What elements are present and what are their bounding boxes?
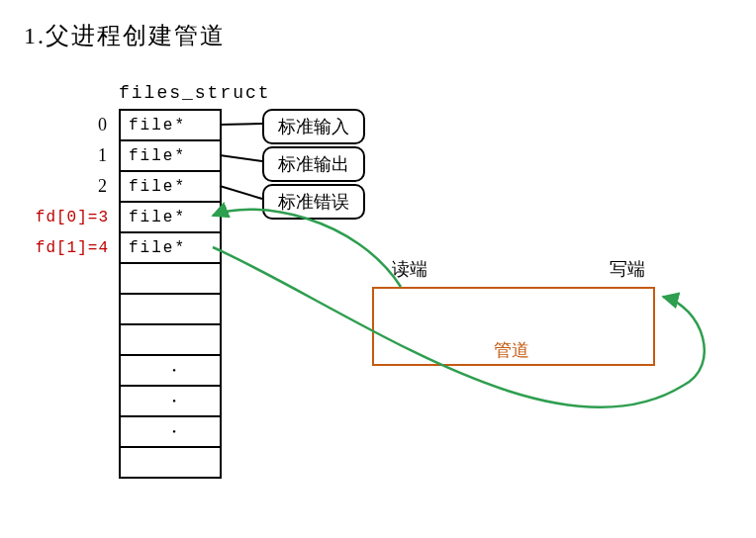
svg-line-2	[220, 186, 262, 199]
fd-cell: file*	[129, 178, 186, 196]
diagram-stage: 1.父进程创建管道 files_struct file*0file*1file*…	[0, 0, 756, 538]
stdout-box: 标准输出	[262, 146, 365, 182]
read-end-label: 读端	[392, 257, 427, 281]
fd-index: fd[0]=3	[30, 209, 109, 226]
stdin-box: 标准输入	[262, 109, 365, 144]
fd-cell: file*	[129, 239, 186, 257]
fd-row: file*fd[1]=4	[121, 233, 220, 264]
fd-row: ●	[121, 356, 220, 387]
fd-row	[121, 325, 220, 356]
diagram-title: 1.父进程创建管道	[24, 20, 226, 51]
fd-row: ●	[121, 417, 220, 448]
fd-index: fd[1]=4	[30, 239, 109, 257]
fd-row	[121, 448, 220, 479]
fd-index: 0	[30, 115, 109, 135]
files-struct-label: files_struct	[119, 83, 271, 103]
fd-table: file*0file*1file*2file*fd[0]=3file*fd[1]…	[119, 109, 222, 479]
fd-row: file*1	[121, 141, 220, 172]
fd-row: file*2	[121, 172, 220, 203]
std-connector-lines	[220, 124, 262, 199]
fd-cell: file*	[129, 147, 186, 165]
fd-row: file*0	[121, 111, 220, 141]
write-end-label: 写端	[610, 257, 645, 281]
fd-cell: file*	[129, 117, 186, 134]
svg-line-1	[220, 155, 262, 161]
read-end-arrow	[213, 210, 401, 287]
stderr-box: 标准错误	[262, 184, 365, 220]
pipe-label: 管道	[494, 338, 529, 362]
fd-row	[121, 295, 220, 325]
fd-cell: file*	[129, 209, 186, 226]
fd-row: file*fd[0]=3	[121, 203, 220, 233]
fd-row	[121, 264, 220, 295]
svg-line-0	[220, 124, 262, 125]
fd-index: 2	[30, 176, 109, 197]
fd-row: ●	[121, 387, 220, 417]
fd-index: 1	[30, 145, 109, 166]
